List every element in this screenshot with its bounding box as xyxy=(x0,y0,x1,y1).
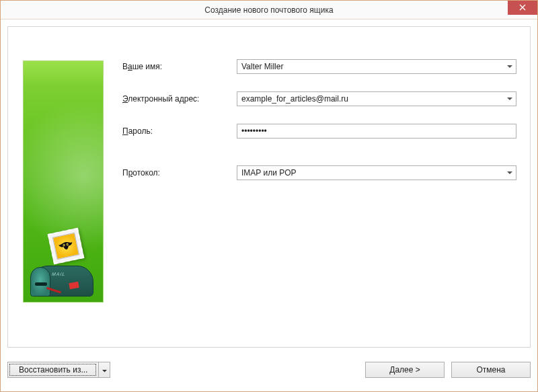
form-area: Ваше имя: Электронный адрес: xyxy=(122,59,516,198)
window-title: Создание нового почтового ящика xyxy=(1,5,537,15)
password-input[interactable] xyxy=(237,124,516,139)
cancel-button[interactable]: Отмена xyxy=(451,362,531,378)
close-button[interactable] xyxy=(508,1,537,15)
label-email: Электронный адрес: xyxy=(122,94,237,104)
dialog-window: Создание нового почтового ящика xyxy=(0,0,538,392)
row-email: Электронный адрес: xyxy=(122,91,516,106)
row-password: Пароль: xyxy=(122,124,516,139)
email-input[interactable] xyxy=(237,91,516,106)
protocol-select[interactable] xyxy=(237,165,516,180)
next-button[interactable]: Далее > xyxy=(365,362,445,378)
row-protocol: Протокол: xyxy=(122,165,516,180)
row-name: Ваше имя: xyxy=(122,59,516,74)
titlebar: Создание нового почтового ящика xyxy=(1,1,537,19)
label-protocol: Протокол: xyxy=(122,168,237,178)
label-password: Пароль: xyxy=(122,126,237,136)
restore-button[interactable]: Восстановить из... xyxy=(7,362,98,378)
button-bar: Восстановить из... Далее > Отмена xyxy=(7,356,531,383)
wizard-sidebar-image: MAIL xyxy=(23,61,104,303)
label-name: Ваше имя: xyxy=(122,62,237,71)
name-input[interactable] xyxy=(237,59,516,74)
mailbox-label: MAIL xyxy=(52,272,66,276)
close-icon xyxy=(519,3,526,13)
mailbox-graphic: MAIL xyxy=(30,249,98,297)
restore-dropdown-button[interactable] xyxy=(98,362,110,378)
caret-down-icon xyxy=(102,365,107,375)
content-frame: MAIL Ваше имя: Электр xyxy=(7,26,531,348)
restore-split-button: Восстановить из... xyxy=(7,362,110,378)
